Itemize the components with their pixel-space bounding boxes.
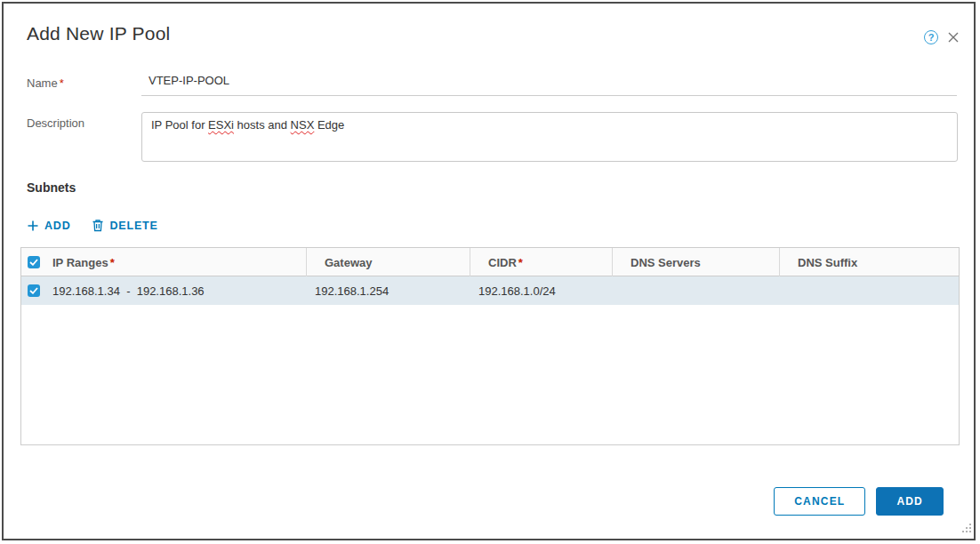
cell-ip-range[interactable]: 192.168.1.34 - 192.168.1.36 [45, 284, 306, 298]
required-asterisk [108, 256, 115, 269]
required-asterisk [517, 256, 523, 269]
add-subnet-label: ADD [44, 220, 70, 232]
close-icon[interactable] [946, 30, 960, 44]
resize-grip-icon[interactable] [961, 521, 972, 537]
trash-icon [92, 219, 104, 232]
dialog-footer: CANCEL ADD [774, 487, 944, 516]
add-subnet-button[interactable]: ADD [27, 220, 70, 232]
cell-cidr[interactable]: 192.168.1.0/24 [470, 284, 612, 298]
cell-gateway[interactable]: 192.168.1.254 [306, 284, 470, 298]
delete-subnet-label: DELETE [109, 220, 157, 232]
subnets-table: IP Ranges Gateway CIDR DNS Servers DNS S… [20, 247, 960, 445]
dialog-title: Add New IP Pool [27, 23, 170, 44]
subnets-heading: Subnets [27, 180, 76, 195]
cancel-button[interactable]: CANCEL [774, 487, 865, 516]
column-header-ip-ranges[interactable]: IP Ranges [45, 256, 306, 269]
select-all-checkbox[interactable] [28, 256, 40, 268]
description-textarea[interactable]: IP Pool for ESXi hosts and NSX Edge [141, 112, 958, 162]
header-checkbox-cell [21, 256, 45, 268]
subnet-table-row[interactable]: 192.168.1.34 - 192.168.1.36 192.168.1.25… [21, 276, 959, 305]
column-header-gateway[interactable]: Gateway [306, 248, 470, 276]
column-header-cidr[interactable]: CIDR [470, 248, 612, 276]
delete-subnet-button[interactable]: DELETE [92, 219, 157, 232]
add-new-ip-pool-dialog: Add New IP Pool Name Description IP Pool… [2, 2, 976, 540]
help-icon[interactable] [924, 30, 938, 44]
name-label-text: Name [27, 76, 58, 90]
add-button[interactable]: ADD [876, 487, 944, 516]
row-checkbox[interactable] [28, 284, 40, 297]
name-label: Name [27, 76, 64, 90]
column-header-dns-servers[interactable]: DNS Servers [612, 248, 779, 276]
plus-icon [27, 220, 39, 232]
name-input[interactable] [141, 68, 957, 96]
table-header-row: IP Ranges Gateway CIDR DNS Servers DNS S… [21, 248, 959, 276]
row-checkbox-cell [21, 284, 45, 297]
description-label: Description [27, 116, 84, 130]
column-header-dns-suffix[interactable]: DNS Suffix [779, 248, 960, 276]
required-asterisk [58, 76, 64, 90]
subnets-toolbar: ADD DELETE [27, 219, 158, 232]
